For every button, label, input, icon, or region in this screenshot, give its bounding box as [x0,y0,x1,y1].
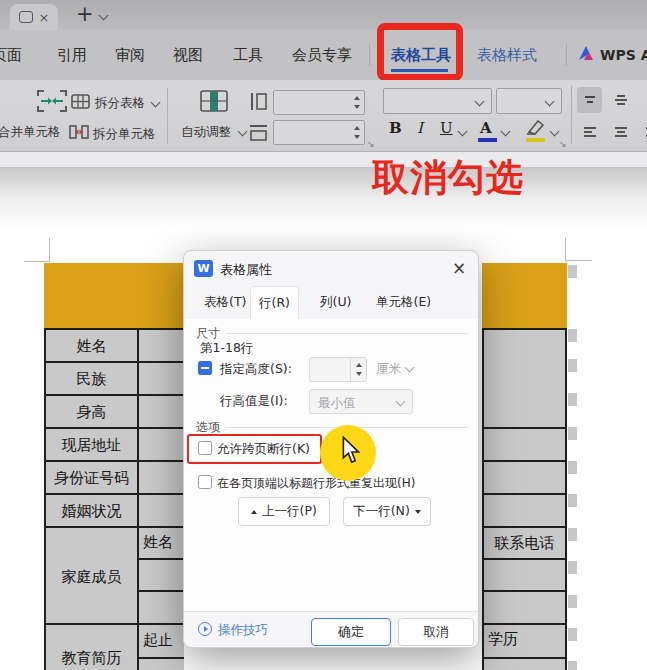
specify-height-checkbox[interactable] [198,361,212,375]
row-height-is-select[interactable]: 最小值 [309,389,413,414]
menu-references[interactable]: 引用 [57,46,87,65]
table-row-label: 姓名 [46,337,137,356]
split-cells-button[interactable]: 拆分单元格 [93,126,156,143]
wps-ai-logo-icon [578,45,598,62]
close-tab-icon[interactable]: × [39,11,50,24]
font-size-combo[interactable] [496,88,562,114]
group-dialog-launcher-icon[interactable]: ↘ [367,139,375,149]
operation-tips-link[interactable]: 操作技巧 [218,622,268,639]
spin-down-icon[interactable] [354,105,360,109]
cancel-button[interactable]: 取消 [398,618,474,646]
chevron-down-icon [475,97,485,107]
highlight-color-swatch [526,138,545,142]
font-name-combo[interactable] [383,88,492,114]
annotation-highlight-box [377,23,463,81]
spin-up-icon[interactable] [354,126,360,130]
next-row-button[interactable]: 下一行(N) [343,497,431,526]
spin-down-icon[interactable] [356,372,362,376]
row-handle[interactable] [568,329,577,342]
table-cells-bg [482,328,567,670]
merge-cells-button[interactable]: 合并单元格 [0,124,61,141]
resume-table-right: 联系电话 学历 [482,263,567,670]
highlight-pen-icon[interactable] [525,118,547,136]
row-handle[interactable] [568,494,577,507]
wps-writer-window: × + 页面 引用 审阅 视图 工具 会员专享 表格工具 表格样式 WPS AI… [0,0,647,670]
row-handle[interactable] [568,265,577,278]
document-tab[interactable]: × [10,4,58,30]
menu-review[interactable]: 审阅 [115,46,145,65]
menu-member[interactable]: 会员专享 [292,46,352,65]
font-color-button[interactable]: A [480,119,492,137]
allow-break-label[interactable]: 允许跨页断行(K) [217,441,310,458]
valign-center-button[interactable] [608,87,633,113]
menu-wps-ai[interactable]: WPS AI [600,47,647,63]
row-handle[interactable] [568,528,577,541]
spin-up-icon[interactable] [356,363,362,367]
margin-mark [24,261,49,262]
row-handle[interactable] [568,427,577,440]
section-divider [226,333,468,334]
group-dialog-launcher-icon[interactable]: ↘ [559,139,567,149]
valign-top-button[interactable] [577,87,602,113]
unit-dropdown[interactable]: 厘米 [376,361,401,378]
table-row-label: 民族 [46,370,137,389]
align-right-button[interactable] [639,119,647,145]
split-table-button[interactable]: 拆分表格 [95,95,145,112]
autofit-button[interactable]: 自动调整 [181,124,231,141]
underline-button[interactable]: U [440,119,453,137]
chevron-down-icon [545,97,555,107]
table-gridline [137,657,184,659]
ok-button[interactable]: 确定 [311,618,391,646]
valign-center-icon [613,93,629,107]
row-height-input[interactable] [273,120,365,145]
bold-button[interactable]: B [389,119,402,137]
table-row-label: 教育简历 [46,649,137,668]
italic-button[interactable]: I [417,119,423,137]
table-row-label: 家庭成员 [46,568,137,587]
menu-view[interactable]: 视图 [173,46,203,65]
row-handle[interactable] [568,628,577,641]
specify-height-label: 指定高度(S): [220,361,292,378]
tab-column[interactable]: 列(U) [312,286,359,319]
spin-down-icon[interactable] [354,135,360,139]
table-gridline [482,657,567,659]
height-value-input[interactable] [309,357,367,382]
row-handle[interactable] [568,595,577,608]
row-handle[interactable] [568,393,577,406]
repeat-header-label[interactable]: 在各页顶端以标题行形式重复出现(H) [217,475,415,492]
align-center-button[interactable] [608,119,633,145]
row-handle[interactable] [568,359,577,372]
tab-cell[interactable]: 单元格(E) [368,286,439,319]
arrow-down-icon [415,510,421,514]
tab-row[interactable]: 行(R) [250,286,299,320]
table-gridline [137,558,184,560]
previous-row-button[interactable]: 上一行(P) [238,497,330,526]
menu-tools[interactable]: 工具 [233,46,263,65]
new-tab-dropdown-icon[interactable] [99,11,109,21]
new-tab-button[interactable]: + [76,2,94,26]
tab-table[interactable]: 表格(T) [196,286,254,319]
row-handle[interactable] [568,661,577,670]
row-height-icon [249,123,268,142]
font-color-swatch [478,138,497,142]
dialog-close-button[interactable]: × [452,258,466,278]
row-handle[interactable] [568,461,577,474]
menu-table-style[interactable]: 表格样式 [477,46,537,65]
table-gridline [482,623,567,625]
valign-bottom-icon [644,93,647,107]
repeat-header-checkbox[interactable] [198,475,212,489]
column-width-input[interactable] [273,90,365,115]
table-gridline [565,328,567,670]
valign-top-icon [582,94,598,106]
ribbon-separator [571,86,572,144]
ribbon-bottom-band [0,152,647,168]
margin-mark [49,238,50,262]
row-handle[interactable] [568,561,577,574]
spin-up-icon[interactable] [354,96,360,100]
align-left-button[interactable] [577,119,602,145]
row-range-label: 第1-18行 [200,340,253,357]
menu-page[interactable]: 页面 [0,46,22,65]
valign-bottom-button[interactable] [639,87,647,113]
table-row-label: 身高 [46,403,137,422]
allow-break-checkbox[interactable] [198,441,212,455]
